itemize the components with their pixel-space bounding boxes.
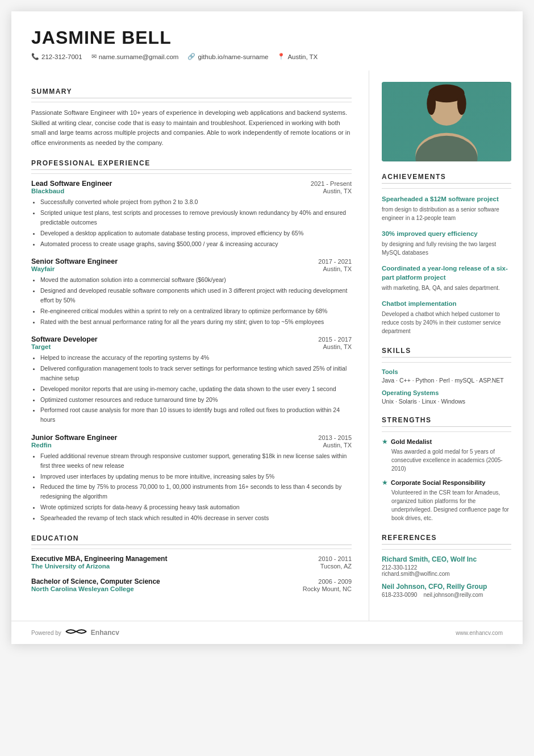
bullet-2-4: Rated with the best annual performance r… xyxy=(40,317,352,327)
edu-location-2: Rocky Mount, NC xyxy=(303,585,352,592)
ref-email-2: neil.johnson@reilly.com xyxy=(423,592,483,598)
experience-title: PROFESSIONAL EXPERIENCE xyxy=(31,159,352,170)
summary-text: Passionate Software Engineer with 10+ ye… xyxy=(31,108,352,148)
photo-placeholder xyxy=(382,82,511,161)
achievement-desc-4: Developed a chatbot which helped custome… xyxy=(382,310,511,335)
header-section: JASMINE BELL 📞 212-312-7001 ✉ name.surna… xyxy=(11,11,523,70)
job-header-1: Lead Software Engineer 2021 - Present xyxy=(31,180,352,188)
strength-1: ★ Gold Medalist Was awarded a gold medal… xyxy=(382,438,511,473)
edu-dates-1: 2010 - 2011 xyxy=(318,555,352,562)
location-text: Austin, TX xyxy=(287,53,318,60)
strength-header-1: ★ Gold Medalist xyxy=(382,438,511,446)
achievements-title: ACHIEVEMENTS xyxy=(382,173,511,184)
bullet-2-1: Moved the automation solution into a com… xyxy=(40,275,352,285)
job-block-1: Lead Software Engineer 2021 - Present Bl… xyxy=(31,180,352,248)
strength-desc-2: Volunteered in the CSR team for Amadeus,… xyxy=(382,488,511,522)
enhancv-logo-svg xyxy=(65,627,87,636)
job-block-2: Senior Software Engineer 2017 - 2021 Way… xyxy=(31,257,352,326)
job-location-1: Austin, TX xyxy=(323,188,352,194)
education-title: EDUCATION xyxy=(31,534,352,545)
achievement-desc-2: by designing and fully revising the two … xyxy=(382,240,511,257)
edu-dates-2: 2006 - 2009 xyxy=(318,578,352,585)
skills-os-list: Unix · Solaris · Linux · Windows xyxy=(382,398,511,405)
email-address: name.surname@gmail.com xyxy=(99,53,179,60)
achievement-title-2: 30% improved query efficiency xyxy=(382,229,511,238)
strength-star-1: ★ xyxy=(382,438,388,446)
skills-category-os: Operating Systems Unix · Solaris · Linux… xyxy=(382,389,511,405)
strength-header-2: ★ Corporate Social Responsibility xyxy=(382,479,511,487)
achievement-desc-3: with marketing, BA, QA, and sales depart… xyxy=(382,284,511,292)
phone-item: 📞 212-312-7001 xyxy=(31,53,82,60)
left-column: SUMMARY Passionate Software Engineer wit… xyxy=(11,70,369,621)
edu-header-2: Bachelor of Science, Computer Science 20… xyxy=(31,578,352,585)
edu-degree-2: Bachelor of Science, Computer Science xyxy=(31,578,160,585)
achievements-section: ACHIEVEMENTS Spearheaded a $12M software… xyxy=(382,173,511,335)
svg-point-5 xyxy=(457,92,466,115)
job-title-3: Software Developer xyxy=(31,335,98,343)
edu-school-1: The University of Arizona xyxy=(31,563,110,570)
achievement-4: Chatbot implementation Developed a chatb… xyxy=(382,299,511,335)
job-dates-4: 2013 - 2015 xyxy=(318,434,352,441)
strength-desc-1: Was awarded a gold medal for 5 years of … xyxy=(382,447,511,473)
achievement-1: Spearheaded a $12M software project from… xyxy=(382,194,511,222)
job-title-2: Senior Software Engineer xyxy=(31,257,118,265)
footer-logo: Powered by Enhancv xyxy=(31,627,119,638)
job-company-row-2: Wayfair Austin, TX xyxy=(31,265,352,272)
job-company-row-4: Redfin Austin, TX xyxy=(31,442,352,448)
edu-school-2: North Carolina Wesleyan College xyxy=(31,585,134,592)
ref-name-1: Richard Smith, CEO, Wolf Inc xyxy=(382,555,511,563)
skills-category-tools: Tools Java · C++ · Python · Perl · mySQL… xyxy=(382,368,511,384)
footer-website: www.enhancv.com xyxy=(456,630,503,636)
skills-tools-list: Java · C++ · Python · Perl · mySQL · ASP… xyxy=(382,377,511,384)
resume-container: JASMINE BELL 📞 212-312-7001 ✉ name.surna… xyxy=(11,11,523,644)
achievement-desc-1: from design to distribution as a senior … xyxy=(382,205,511,222)
bullet-1-1: Successfully converted whole project fro… xyxy=(40,197,352,207)
bullet-3-4: Optimized customer resources and reduce … xyxy=(40,395,352,405)
summary-section: SUMMARY Passionate Software Engineer wit… xyxy=(31,88,352,148)
edu-header-1: Executive MBA, Engineering Management 20… xyxy=(31,555,352,563)
job-location-4: Austin, TX xyxy=(323,442,352,448)
bullet-1-2: Scripted unique test plans, test scripts… xyxy=(40,208,352,227)
job-location-3: Austin, TX xyxy=(323,343,352,350)
edu-block-1: Executive MBA, Engineering Management 20… xyxy=(31,555,352,570)
edu-school-row-1: The University of Arizona Tucson, AZ xyxy=(31,563,352,570)
skills-section: SKILLS Tools Java · C++ · Python · Perl … xyxy=(382,347,511,405)
bullet-1-4: Automated process to create usage graphs… xyxy=(40,239,352,249)
bullet-3-3: Developed monitor reports that are using… xyxy=(40,384,352,394)
job-bullets-4: Fueled additional revenue stream through… xyxy=(31,451,352,523)
job-header-4: Junior Software Engineer 2013 - 2015 xyxy=(31,434,352,442)
job-block-3: Software Developer 2015 - 2017 Target Au… xyxy=(31,335,352,425)
job-title-1: Lead Software Engineer xyxy=(31,180,112,188)
logo-icon xyxy=(65,627,87,638)
references-title: REFERENCES xyxy=(382,534,511,545)
ref-name-2: Neil Johnson, CFO, Reilly Group xyxy=(382,583,511,591)
job-company-3: Target xyxy=(31,343,51,350)
edu-degree-1: Executive MBA, Engineering Management xyxy=(31,555,167,563)
edu-location-1: Tucson, AZ xyxy=(320,563,352,570)
references-section: REFERENCES Richard Smith, CEO, Wolf Inc … xyxy=(382,534,511,598)
achievement-title-1: Spearheaded a $12M software project xyxy=(382,194,511,203)
bullet-3-2: Delivered configuration management tools… xyxy=(40,364,352,383)
svg-point-4 xyxy=(427,92,436,115)
strength-title-2: Corporate Social Responsibility xyxy=(391,479,485,486)
email-icon: ✉ xyxy=(91,53,97,60)
github-item: 🔗 github.io/name-surname xyxy=(187,53,268,60)
bullet-3-5: Performed root cause analysis for more t… xyxy=(40,405,352,425)
job-company-row-3: Target Austin, TX xyxy=(31,343,352,350)
job-company-1: Blackbaud xyxy=(31,188,64,194)
bullet-4-4: Wrote optimized scripts for data-heavy &… xyxy=(40,502,352,512)
strength-2: ★ Corporate Social Responsibility Volunt… xyxy=(382,479,511,522)
job-header-3: Software Developer 2015 - 2017 xyxy=(31,335,352,343)
powered-by-text: Powered by xyxy=(31,630,61,636)
bullet-4-3: Reduced the time by 75% to process 70,00… xyxy=(40,482,352,501)
bullet-4-2: Improved user interfaces by updating men… xyxy=(40,472,352,481)
right-column: ACHIEVEMENTS Spearheaded a $12M software… xyxy=(369,70,523,621)
achievement-title-4: Chatbot implementation xyxy=(382,299,511,308)
job-dates-2: 2017 - 2021 xyxy=(318,258,352,265)
bullet-1-3: Developed a desktop application to autom… xyxy=(40,229,352,238)
job-company-4: Redfin xyxy=(31,442,52,448)
job-company-row-1: Blackbaud Austin, TX xyxy=(31,188,352,194)
skills-title: SKILLS xyxy=(382,347,511,358)
strength-title-1: Gold Medalist xyxy=(391,438,432,445)
ref-email-1: richard.smith@wolfinc.com xyxy=(382,571,511,577)
